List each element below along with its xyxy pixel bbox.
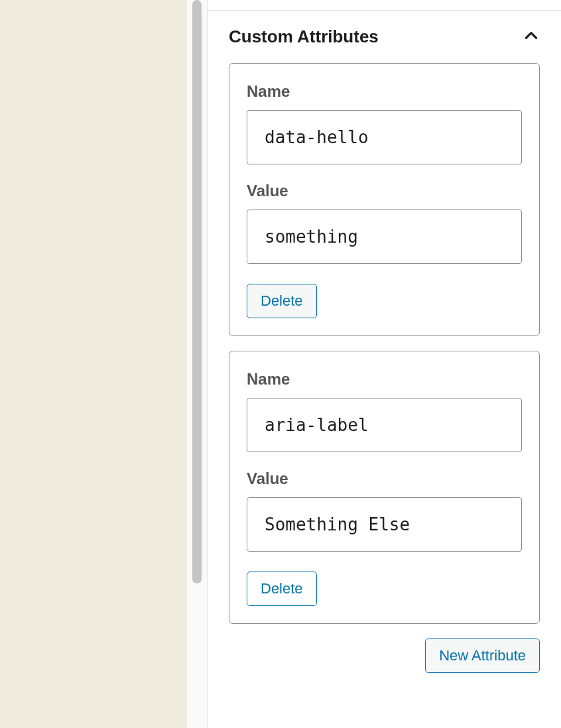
scrollbar-thumb[interactable] xyxy=(192,0,202,583)
editor-canvas-area xyxy=(0,0,187,728)
name-label: Name xyxy=(247,82,522,101)
attribute-card: Name Value Delete xyxy=(229,351,540,624)
attribute-name-input[interactable] xyxy=(247,110,522,164)
name-label: Name xyxy=(247,370,522,389)
attribute-name-input[interactable] xyxy=(247,398,522,452)
delete-attribute-button[interactable]: Delete xyxy=(247,572,317,606)
delete-attribute-button[interactable]: Delete xyxy=(247,284,317,318)
value-label: Value xyxy=(247,469,522,488)
previous-panel-edge xyxy=(208,0,561,11)
panel-header-custom-attributes[interactable]: Custom Attributes xyxy=(208,11,561,63)
chevron-up-icon xyxy=(523,27,540,47)
new-attribute-button[interactable]: New Attribute xyxy=(425,638,540,673)
inspector-sidebar: Custom Attributes Name Value Delete Name… xyxy=(207,0,561,728)
panel-body: Name Value Delete Name Value Delete New … xyxy=(208,63,561,692)
scrollbar-track[interactable] xyxy=(187,0,207,728)
new-attribute-row: New Attribute xyxy=(229,638,540,673)
value-label: Value xyxy=(247,182,522,200)
panel-title: Custom Attributes xyxy=(229,27,379,47)
attribute-value-input[interactable] xyxy=(247,497,522,552)
attribute-value-input[interactable] xyxy=(247,210,522,264)
attribute-card: Name Value Delete xyxy=(229,63,540,336)
